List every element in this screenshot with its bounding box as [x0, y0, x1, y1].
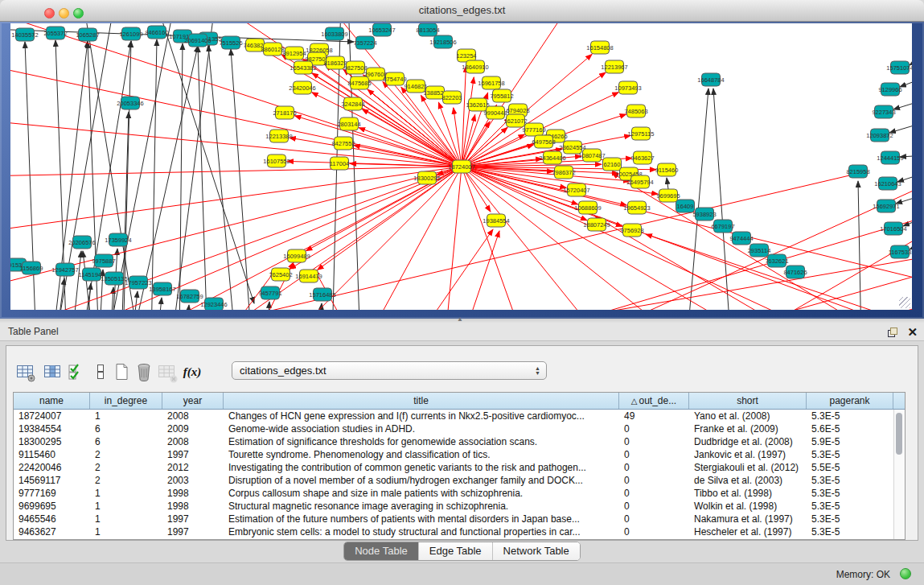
- column-header-pagerank[interactable]: pagerank: [807, 393, 893, 409]
- graph-edge[interactable]: [131, 46, 198, 310]
- tab-edge-table[interactable]: Edge Table: [418, 542, 492, 560]
- delete-selected-icon[interactable]: [133, 361, 154, 382]
- function-builder-icon[interactable]: f(x): [182, 361, 203, 382]
- graph-edge[interactable]: [186, 305, 189, 310]
- network-canvas[interactable]: 1872400714035572205537210652871261099846…: [10, 23, 912, 310]
- graph-node[interactable]: 9975887: [92, 254, 115, 267]
- graph-node-selected[interactable]: 2718176: [273, 106, 296, 119]
- graph-node[interactable]: 7632621: [765, 254, 788, 267]
- graph-node[interactable]: 8466160: [145, 26, 168, 39]
- graph-edge[interactable]: [133, 291, 138, 310]
- graph-node-selected[interactable]: 7986372: [552, 166, 575, 179]
- graph-node[interactable]: 20691406: [184, 34, 211, 47]
- graph-node-selected[interactable]: 19654923: [623, 201, 650, 214]
- graph-node[interactable]: 17359924: [105, 233, 131, 246]
- graph-node-selected[interactable]: 23420046: [289, 81, 315, 94]
- graph-node[interactable]: 17957223: [125, 276, 151, 289]
- graph-edge[interactable]: [893, 99, 912, 109]
- graph-edge-selected[interactable]: [493, 216, 912, 310]
- minimize-window-button[interactable]: [59, 8, 69, 19]
- graph-node[interactable]: 1156869: [20, 262, 43, 274]
- float-panel-icon[interactable]: [888, 328, 897, 337]
- column-header-in-degree[interactable]: in_degree: [90, 393, 162, 409]
- graph-node-selected[interactable]: 18640910: [462, 60, 488, 73]
- graph-node-selected[interactable]: 9115460: [655, 163, 679, 176]
- row-height-icon[interactable]: [90, 361, 111, 382]
- graph-node-selected[interactable]: 8754749: [383, 72, 406, 85]
- graph-node[interactable]: 16782759: [176, 290, 203, 303]
- table-row[interactable]: 946362711997Embryonic stem cells: a mode…: [14, 525, 905, 538]
- graph-node[interactable]: 14035572: [11, 28, 38, 41]
- graph-edge-selected[interactable]: [318, 167, 462, 270]
- graph-edge-selected[interactable]: [359, 128, 462, 167]
- graph-node-selected[interactable]: 12213389: [265, 130, 292, 142]
- graph-node[interactable]: 2935114: [748, 244, 771, 257]
- graph-node-selected[interactable]: 10688609: [574, 201, 601, 214]
- network-window-titlebar[interactable]: citations_edges.txt: [0, 0, 924, 22]
- graph-edge-selected[interactable]: [462, 167, 912, 310]
- graph-edge-selected[interactable]: [462, 167, 525, 310]
- graph-node[interactable]: 1167533: [889, 245, 912, 258]
- graph-edge-selected[interactable]: [413, 257, 912, 310]
- graph-node-selected[interactable]: 19384554: [483, 214, 509, 227]
- citation-network-graph[interactable]: 1872400714035572205537210652871261099846…: [10, 23, 912, 310]
- zoom-window-button[interactable]: [73, 8, 84, 19]
- table-row[interactable]: 1456911722003Disruption of a novel membe…: [14, 474, 905, 487]
- column-header-title[interactable]: title: [224, 393, 619, 409]
- graph-edge[interactable]: [198, 46, 207, 310]
- graph-node-selected[interactable]: 9756928: [620, 224, 643, 237]
- graph-node[interactable]: 16210643: [874, 177, 901, 190]
- graph-node-selected[interactable]: 10807487: [578, 149, 605, 162]
- graph-node-selected[interactable]: 7955812: [490, 89, 513, 102]
- table-source-select[interactable]: citations_edges.txt ▲▼: [232, 361, 547, 380]
- graph-node-selected[interactable]: 7625402: [269, 268, 292, 281]
- graph-node[interactable]: 10653247: [368, 23, 395, 36]
- graph-node[interactable]: 9129966: [878, 83, 901, 96]
- graph-edge-selected[interactable]: [462, 167, 912, 281]
- graph-node-selected[interactable]: 16154808: [586, 41, 613, 54]
- graph-node-selected[interactable]: 8860128: [261, 43, 284, 56]
- graph-node-selected[interactable]: 18724007: [448, 160, 474, 173]
- graph-node[interactable]: 7357224: [353, 36, 376, 49]
- graph-node-selected[interactable]: 8427552: [331, 137, 355, 150]
- column-visibility-icon[interactable]: [42, 361, 63, 382]
- graph-node[interactable]: 2055372: [43, 27, 67, 39]
- graph-node-selected[interactable]: 9777169: [522, 123, 545, 136]
- graph-node[interactable]: 20206576: [68, 236, 95, 249]
- graph-node-selected[interactable]: 18300295: [413, 171, 440, 184]
- graph-node-selected[interactable]: 12213967: [601, 60, 627, 73]
- graph-edge-selected[interactable]: [284, 167, 462, 310]
- graph-node-selected[interactable]: 8912954: [282, 47, 306, 60]
- graph-edge[interactable]: [151, 39, 157, 310]
- graph-edge[interactable]: [231, 49, 252, 310]
- table-options-icon[interactable]: [14, 361, 35, 382]
- graph-node-selected[interactable]: 15720407: [563, 183, 589, 196]
- graph-node[interactable]: 9474444: [729, 232, 753, 245]
- graph-node-selected[interactable]: 16099489: [283, 249, 310, 262]
- graph-node-selected[interactable]: 2803144: [337, 117, 360, 130]
- graph-edge[interactable]: [713, 89, 731, 310]
- graph-edge[interactable]: [111, 287, 113, 310]
- tab-node-table[interactable]: Node Table: [344, 542, 418, 560]
- graph-node[interactable]: 7515526: [219, 36, 242, 49]
- graph-node[interactable]: 1065287: [76, 28, 99, 41]
- graph-node-selected[interactable]: 16107552: [263, 154, 290, 167]
- graph-node[interactable]: 17016504: [880, 222, 906, 235]
- column-header-out-de-[interactable]: △out_de...: [619, 393, 689, 409]
- table-row[interactable]: 2242004622012Investigating the contribut…: [14, 461, 905, 474]
- graph-node-selected[interactable]: 7485063: [624, 105, 647, 117]
- graph-edge[interactable]: [858, 181, 861, 310]
- graph-node-selected[interactable]: 12975115: [628, 127, 655, 140]
- graph-node[interactable]: 6679197: [711, 220, 734, 233]
- graph-node[interactable]: 12942757: [51, 263, 78, 276]
- table-row[interactable]: 946554611997Estimation of the future num…: [14, 513, 905, 525]
- graph-node[interactable]: 16648784: [697, 73, 724, 86]
- graph-node-selected[interactable]: 8475685: [347, 76, 371, 89]
- graph-node[interactable]: 19218506: [429, 35, 456, 48]
- column-header-short[interactable]: short: [689, 393, 807, 409]
- table-row[interactable]: 969969511998Structural magnetic resonanc…: [14, 500, 905, 513]
- graph-node[interactable]: 16409: [676, 200, 695, 212]
- graph-edge-selected[interactable]: [364, 167, 462, 310]
- graph-node[interactable]: 12923446: [200, 298, 227, 310]
- graph-node[interactable]: 9457791: [258, 286, 281, 299]
